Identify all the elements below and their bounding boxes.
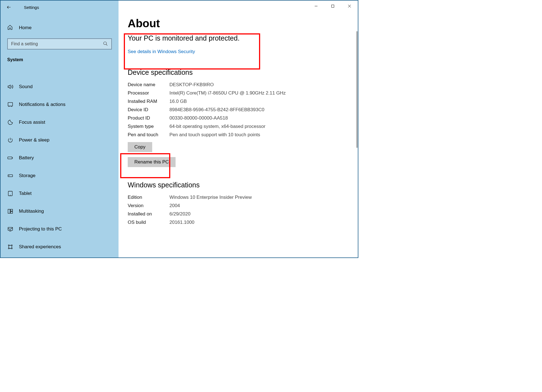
windows-spec-table: EditionWindows 10 Enterprise Insider Pre… (128, 195, 358, 225)
svg-rect-6 (8, 209, 10, 214)
sidebar-item-notifications[interactable]: Notifications & actions (1, 98, 119, 111)
storage-icon (7, 173, 13, 179)
projecting-icon (7, 226, 13, 232)
notifications-icon (7, 101, 13, 108)
sidebar-item-tablet[interactable]: Tablet (1, 187, 119, 200)
tablet-icon (7, 190, 13, 197)
spec-key: Installed on (128, 211, 169, 217)
sidebar-item-label: Focus assist (19, 120, 45, 125)
spec-value: Pen and touch support with 10 touch poin… (169, 132, 358, 138)
spec-value: Intel(R) Core(TM) i7-8650U CPU @ 1.90GHz… (169, 90, 358, 96)
spec-key: Processor (128, 90, 169, 96)
focus-icon (7, 119, 13, 125)
sidebar-item-battery[interactable]: Battery (1, 151, 119, 165)
back-button[interactable] (3, 1, 15, 13)
sidebar-item-label: Battery (19, 155, 34, 161)
spec-key: Device name (128, 82, 169, 88)
spec-key: Installed RAM (128, 99, 169, 104)
spec-key: Device ID (128, 107, 169, 113)
page-title: About (128, 17, 358, 30)
spec-value: 2004 (169, 203, 358, 209)
spec-value: 6/29/2020 (169, 211, 358, 217)
svg-rect-2 (8, 157, 12, 159)
sidebar-item-focus[interactable]: Focus assist (1, 116, 119, 129)
window-title: Settings (24, 5, 39, 10)
svg-point-13 (11, 248, 13, 249)
sidebar-item-shared[interactable]: Shared experiences (1, 240, 119, 254)
category-label: System (7, 57, 119, 62)
spec-value: 8984E3B8-9596-4755-B242-8FF6EBB393C0 (169, 107, 358, 113)
spec-key: Product ID (128, 115, 169, 121)
sound-icon (7, 84, 13, 90)
svg-point-11 (11, 245, 13, 246)
spec-value: Windows 10 Enterprise Insider Preview (169, 195, 358, 200)
copy-button[interactable]: Copy (128, 142, 152, 152)
spec-value: 64-bit operating system, x64-based proce… (169, 124, 358, 129)
sidebar-item-sound[interactable]: Sound (1, 80, 119, 93)
search-input[interactable] (7, 38, 112, 49)
svg-rect-8 (11, 212, 13, 213)
main-content: About Your PC is monitored and protected… (119, 1, 358, 257)
spec-value: DESKTOP-FKB9IRO (169, 82, 358, 88)
device-spec-title: Device specifications (128, 68, 358, 76)
sidebar-item-label: Notifications & actions (19, 102, 65, 107)
battery-icon (7, 155, 13, 161)
home-icon (7, 24, 13, 31)
device-spec-table: Device nameDESKTOP-FKB9IROProcessorIntel… (128, 82, 358, 138)
spec-key: Pen and touch (128, 132, 169, 138)
spec-key: OS build (128, 220, 169, 225)
sidebar: Settings Home System SoundNotifications … (1, 1, 119, 257)
sidebar-item-label: Tablet (19, 191, 31, 196)
spec-key: Version (128, 203, 169, 209)
svg-rect-7 (11, 209, 13, 211)
home-link[interactable]: Home (1, 22, 119, 34)
windows-spec-title: Windows specifications (128, 181, 358, 189)
security-link[interactable]: See details in Windows Security (128, 49, 195, 54)
back-arrow-icon (6, 5, 11, 10)
spec-key: System type (128, 124, 169, 129)
spec-value: 00330-80000-00000-AA518 (169, 115, 358, 121)
home-label: Home (19, 25, 31, 31)
sidebar-item-label: Storage (19, 173, 36, 178)
scrollbar-thumb[interactable] (356, 31, 358, 148)
spec-value: 16.0 GB (169, 99, 358, 104)
sidebar-item-projecting[interactable]: Projecting to this PC (1, 222, 119, 236)
security-status: Your PC is monitored and protected. (128, 34, 358, 42)
spec-key: Edition (128, 195, 169, 200)
svg-point-4 (9, 175, 9, 176)
spec-value: 20161.1000 (169, 220, 358, 225)
sidebar-item-multitasking[interactable]: Multitasking (1, 205, 119, 218)
svg-rect-1 (8, 103, 13, 106)
sidebar-item-label: Multitasking (19, 209, 44, 214)
sidebar-item-storage[interactable]: Storage (1, 169, 119, 182)
svg-point-12 (8, 248, 9, 249)
multitasking-icon (7, 208, 13, 214)
power-icon (7, 137, 13, 143)
sidebar-item-label: Sound (19, 84, 33, 90)
sidebar-item-label: Projecting to this PC (19, 226, 62, 232)
svg-point-10 (8, 245, 9, 246)
rename-pc-button[interactable]: Rename this PC (128, 157, 176, 167)
sidebar-item-label: Shared experiences (19, 244, 61, 250)
shared-icon (7, 244, 13, 250)
sidebar-item-label: Power & sleep (19, 137, 50, 143)
sidebar-item-power[interactable]: Power & sleep (1, 133, 119, 147)
